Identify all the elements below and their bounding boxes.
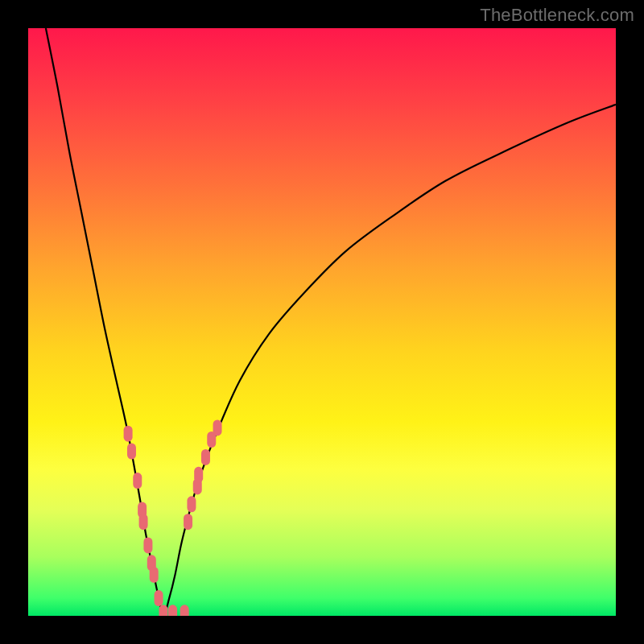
data-marker (150, 567, 159, 583)
data-marker (139, 514, 148, 530)
data-marker (201, 449, 210, 465)
data-marker (133, 473, 142, 489)
data-marker (184, 514, 192, 530)
data-marker (155, 590, 163, 606)
data-marker (187, 496, 196, 512)
data-marker (143, 537, 152, 553)
data-marker (180, 605, 189, 616)
plot-area (28, 28, 616, 616)
data-marker (213, 419, 222, 436)
data-marker (168, 605, 177, 616)
data-marker (124, 426, 133, 442)
data-marker (159, 605, 167, 616)
chart-svg (28, 28, 616, 616)
watermark-label: TheBottleneck.com (480, 5, 634, 26)
bottleneck-curve (46, 28, 616, 616)
data-marker (127, 444, 136, 460)
data-marker (194, 467, 203, 483)
chart-frame: TheBottleneck.com (0, 0, 644, 644)
